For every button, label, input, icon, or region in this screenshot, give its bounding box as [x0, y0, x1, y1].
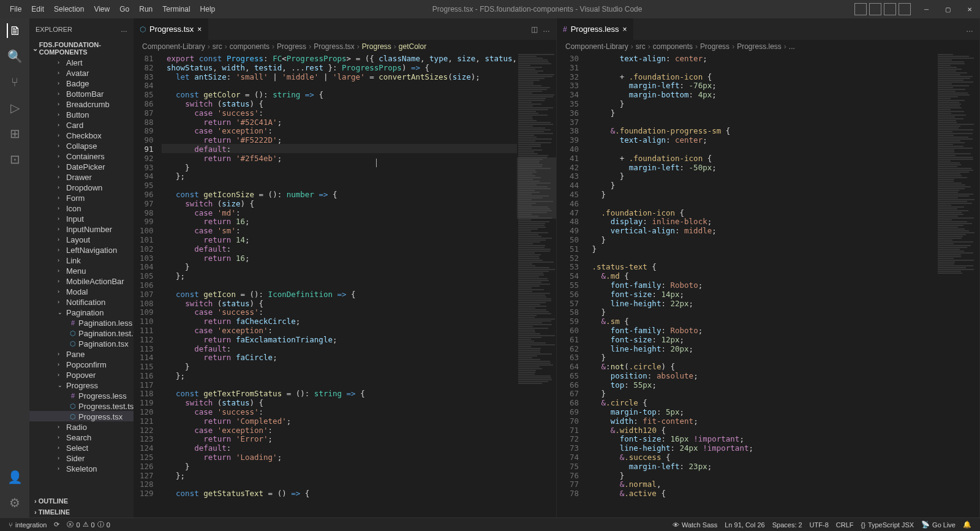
layout-controls[interactable] — [854, 3, 911, 15]
timeline-section[interactable]: › TIMELINE — [29, 507, 134, 518]
breadcrumb-segment[interactable]: Progress — [277, 42, 306, 51]
close-tab-icon[interactable]: × — [197, 25, 202, 34]
breadcrumb-segment[interactable]: src — [636, 42, 646, 51]
source-control-icon[interactable]: ⑂ — [7, 75, 22, 89]
go-live[interactable]: 📡 Go Live — [918, 518, 959, 531]
menu-edit[interactable]: Edit — [26, 0, 49, 18]
problems-status[interactable]: ⓧ 0 ⚠ 0 ⓘ 0 — [63, 518, 113, 531]
folder-select[interactable]: ›Select — [29, 442, 134, 453]
menu-terminal[interactable]: Terminal — [157, 0, 195, 18]
folder-input[interactable]: ›Input — [29, 213, 134, 224]
search-icon[interactable]: 🔍 — [7, 49, 22, 64]
breadcrumb-segment[interactable]: Progress — [362, 42, 391, 51]
folder-dropdown[interactable]: ›Dropdown — [29, 182, 134, 192]
testing-icon[interactable]: ⊡ — [7, 152, 22, 167]
menu-file[interactable]: File — [5, 0, 26, 18]
folder-button[interactable]: ›Button — [29, 109, 134, 119]
folder-alert[interactable]: ›Alert — [29, 57, 134, 67]
files-icon[interactable]: 🗎 — [7, 23, 21, 38]
folder-icon[interactable]: ›Icon — [29, 203, 134, 213]
more-icon[interactable]: … — [121, 26, 127, 33]
minimap[interactable] — [517, 53, 556, 518]
file-progress.test.tsx[interactable]: ⬡Progress.test.tsx — [29, 401, 134, 411]
maximize-button[interactable]: ▢ — [937, 0, 959, 18]
folder-sider[interactable]: ›Sider — [29, 453, 134, 463]
breadcrumb-segment[interactable]: Progress.tsx — [314, 42, 355, 51]
indentation[interactable]: Spaces: 2 — [769, 518, 806, 531]
breadcrumb-segment[interactable]: getColor — [399, 42, 426, 51]
extensions-icon[interactable]: ⊞ — [7, 126, 22, 141]
settings-icon[interactable]: ⚙ — [7, 495, 22, 510]
eol[interactable]: CRLF — [832, 518, 858, 531]
sync-status[interactable]: ⟳ — [50, 518, 63, 531]
notifications-icon[interactable]: 🔔 — [959, 518, 975, 531]
tab-progress-less[interactable]: # Progress.less × — [557, 18, 633, 40]
folder-bottombar[interactable]: ›BottomBar — [29, 88, 134, 99]
breadcrumb-segment[interactable]: Component-Library — [565, 42, 628, 51]
split-editor-icon[interactable]: ◫ — [531, 25, 538, 34]
folder-menu[interactable]: ›Menu — [29, 265, 134, 276]
breadcrumb-segment[interactable]: ... — [789, 42, 795, 51]
folder-avatar[interactable]: ›Avatar — [29, 67, 134, 78]
minimize-button[interactable]: ─ — [916, 0, 937, 18]
folder-inputnumber[interactable]: ›InputNumber — [29, 224, 134, 234]
file-pagination.tsx[interactable]: ⬡Pagination.tsx — [29, 338, 134, 348]
folder-badge[interactable]: ›Badge — [29, 78, 134, 88]
folder-card[interactable]: ›Card — [29, 119, 134, 130]
debug-icon[interactable]: ▷ — [7, 100, 22, 115]
close-button[interactable]: ✕ — [959, 0, 980, 18]
menu-view[interactable]: View — [89, 0, 115, 18]
editor-group-2: # Progress.less × … Component-Library›sr… — [557, 18, 980, 518]
folder-notification[interactable]: ›Notification — [29, 296, 134, 307]
folder-radio[interactable]: ›Radio — [29, 421, 134, 432]
folder-link[interactable]: ›Link — [29, 255, 134, 265]
file-pagination.less[interactable]: #Pagination.less — [29, 317, 134, 328]
file-progress.less[interactable]: #Progress.less — [29, 390, 134, 401]
status-bar: ⑂ integration ⟳ ⓧ 0 ⚠ 0 ⓘ 0 👁 Watch Sass… — [0, 518, 980, 531]
folder-pagination[interactable]: ⌄Pagination — [29, 307, 134, 317]
account-icon[interactable]: 👤 — [7, 470, 22, 484]
folder-datepicker[interactable]: ›DatePicker — [29, 161, 134, 171]
language-mode[interactable]: {} TypeScript JSX — [858, 518, 918, 531]
folder-popover[interactable]: ›Popover — [29, 369, 134, 380]
git-branch[interactable]: ⑂ integration — [5, 518, 50, 531]
folder-layout[interactable]: ›Layout — [29, 234, 134, 244]
project-header[interactable]: ⌄FDS.FOUNDATION-COMPONENTS — [29, 40, 134, 57]
folder-mobileactionbar[interactable]: ›MobileActionBar — [29, 276, 134, 286]
breadcrumb-segment[interactable]: Component-Library — [142, 42, 205, 51]
breadcrumb-segment[interactable]: Progress.less — [737, 42, 782, 51]
folder-modal[interactable]: ›Modal — [29, 286, 134, 296]
editor-more-icon[interactable]: … — [543, 25, 550, 34]
cursor-position[interactable]: Ln 91, Col 26 — [721, 518, 768, 531]
editor-more-icon[interactable]: … — [966, 25, 973, 34]
file-progress.tsx[interactable]: ⬡Progress.tsx — [29, 411, 134, 421]
folder-leftnavigation[interactable]: ›LeftNavigation — [29, 244, 134, 255]
folder-containers[interactable]: ›Containers — [29, 151, 134, 161]
outline-section[interactable]: › OUTLINE — [29, 495, 134, 507]
folder-collapse[interactable]: ›Collapse — [29, 140, 134, 151]
folder-drawer[interactable]: ›Drawer — [29, 171, 134, 182]
menu-selection[interactable]: Selection — [49, 0, 89, 18]
menu-help[interactable]: Help — [195, 0, 221, 18]
breadcrumb-segment[interactable]: components — [230, 42, 270, 51]
breadcrumb-segment[interactable]: src — [213, 42, 222, 51]
folder-popconfirm[interactable]: ›Popconfirm — [29, 359, 134, 369]
encoding[interactable]: UTF-8 — [806, 518, 832, 531]
folder-form[interactable]: ›Form — [29, 192, 134, 203]
breadcrumb-segment[interactable]: Progress — [700, 42, 729, 51]
tab-progress-tsx[interactable]: ⬡ Progress.tsx × — [134, 18, 208, 40]
minimap[interactable] — [937, 53, 979, 518]
menu-go[interactable]: Go — [115, 0, 134, 18]
close-tab-icon[interactable]: × — [622, 25, 627, 34]
folder-pane[interactable]: ›Pane — [29, 348, 134, 359]
folder-breadcrumb[interactable]: ›Breadcrumb — [29, 99, 134, 109]
less-icon: # — [563, 25, 567, 34]
file-pagination.test.tsx[interactable]: ⬡Pagination.test.tsx — [29, 328, 134, 338]
menu-run[interactable]: Run — [134, 0, 157, 18]
breadcrumb-segment[interactable]: components — [653, 42, 693, 51]
folder-search[interactable]: ›Search — [29, 432, 134, 442]
folder-progress[interactable]: ⌄Progress — [29, 380, 134, 390]
folder-skeleton[interactable]: ›Skeleton — [29, 463, 134, 473]
watch-sass[interactable]: 👁 Watch Sass — [669, 518, 721, 531]
folder-checkbox[interactable]: ›Checkbox — [29, 130, 134, 140]
